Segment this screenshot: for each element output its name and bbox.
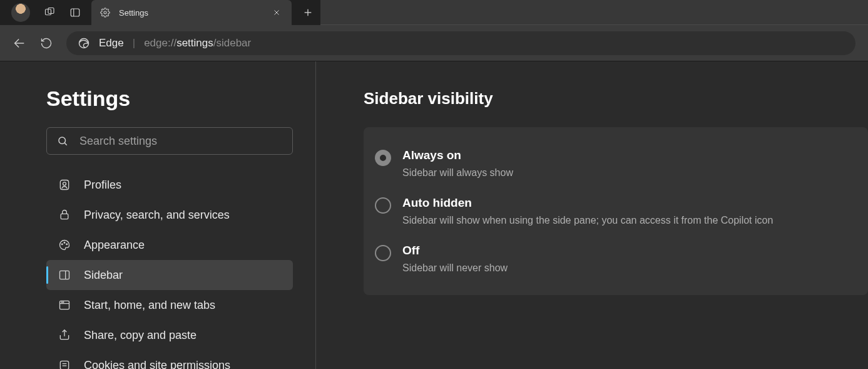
nav-label: Profiles bbox=[84, 179, 121, 192]
option-desc: Sidebar will always show bbox=[402, 167, 513, 179]
cookies-icon bbox=[58, 359, 71, 369]
svg-rect-15 bbox=[61, 214, 68, 219]
address-bar[interactable]: Edge | edge://settings/sidebar bbox=[66, 31, 855, 55]
tab-title: Settings bbox=[119, 8, 259, 18]
address-brand: Edge bbox=[99, 37, 124, 49]
svg-rect-2 bbox=[71, 9, 79, 16]
lock-icon bbox=[58, 209, 71, 221]
option-auto-hidden[interactable]: Auto hidden Sidebar will show when using… bbox=[372, 187, 859, 235]
svg-point-23 bbox=[61, 302, 62, 303]
svg-line-12 bbox=[64, 143, 66, 145]
nav-privacy[interactable]: Privacy, search, and services bbox=[46, 200, 293, 230]
option-desc: Sidebar will show when using the side pa… bbox=[402, 215, 773, 226]
svg-rect-26 bbox=[60, 361, 68, 369]
option-desc: Sidebar will never show bbox=[402, 262, 508, 274]
window-icon bbox=[58, 299, 71, 311]
svg-point-18 bbox=[66, 244, 68, 245]
svg-point-14 bbox=[63, 182, 66, 185]
svg-point-24 bbox=[63, 302, 64, 303]
profile-icon bbox=[58, 179, 71, 191]
share-icon bbox=[58, 329, 71, 341]
nav-share[interactable]: Share, copy and paste bbox=[46, 320, 293, 350]
visibility-options-card: Always on Sidebar will always show Auto … bbox=[364, 127, 868, 295]
titlebar: Settings bbox=[0, 0, 868, 25]
search-input[interactable] bbox=[79, 135, 282, 148]
browser-tab[interactable]: Settings bbox=[91, 0, 292, 25]
option-label: Off bbox=[402, 244, 508, 257]
nav-profiles[interactable]: Profiles bbox=[46, 170, 293, 200]
nav-label: Share, copy and paste bbox=[84, 329, 197, 342]
address-separator: | bbox=[133, 37, 135, 49]
option-label: Auto hidden bbox=[402, 196, 773, 210]
search-settings[interactable] bbox=[46, 127, 293, 155]
gear-icon bbox=[100, 8, 110, 18]
svg-point-4 bbox=[104, 11, 106, 14]
nav-start-home[interactable]: Start, home, and new tabs bbox=[46, 290, 293, 320]
svg-rect-13 bbox=[60, 180, 68, 190]
radio-off[interactable] bbox=[375, 245, 391, 261]
tabstrip bbox=[320, 0, 868, 25]
nav-label: Privacy, search, and services bbox=[84, 209, 230, 222]
profile-avatar[interactable] bbox=[11, 3, 30, 22]
nav-label: Start, home, and new tabs bbox=[84, 299, 215, 312]
svg-point-17 bbox=[64, 242, 65, 243]
palette-icon bbox=[58, 239, 71, 251]
settings-main: Sidebar visibility Always on Sidebar wil… bbox=[316, 61, 868, 369]
nav-label: Cookies and site permissions bbox=[84, 359, 230, 370]
toolbar: Edge | edge://settings/sidebar bbox=[0, 25, 868, 61]
nav-cookies[interactable]: Cookies and site permissions bbox=[46, 350, 293, 369]
nav-label: Appearance bbox=[84, 239, 145, 252]
section-title: Sidebar visibility bbox=[364, 89, 868, 108]
search-icon bbox=[57, 135, 68, 147]
new-tab-button[interactable] bbox=[295, 0, 320, 25]
address-url: edge://settings/sidebar bbox=[144, 37, 251, 49]
settings-nav: Profiles Privacy, search, and services A… bbox=[46, 170, 293, 369]
settings-sidebar: Settings Profiles Privacy, search, and s… bbox=[0, 61, 316, 369]
page-title: Settings bbox=[46, 86, 293, 111]
back-button[interactable] bbox=[13, 36, 26, 50]
edge-logo-icon bbox=[78, 37, 90, 49]
svg-point-11 bbox=[59, 137, 66, 144]
workspaces-icon[interactable] bbox=[38, 0, 63, 25]
option-always-on[interactable]: Always on Sidebar will always show bbox=[372, 140, 859, 187]
tab-close-button[interactable] bbox=[268, 6, 285, 19]
option-off[interactable]: Off Sidebar will never show bbox=[372, 235, 859, 283]
svg-rect-19 bbox=[60, 271, 69, 279]
svg-point-16 bbox=[61, 244, 63, 245]
radio-auto-hidden[interactable] bbox=[375, 197, 391, 214]
option-label: Always on bbox=[402, 148, 513, 162]
sidebar-icon bbox=[58, 269, 71, 281]
nav-appearance[interactable]: Appearance bbox=[46, 230, 293, 260]
radio-always-on[interactable] bbox=[375, 150, 391, 166]
nav-sidebar[interactable]: Sidebar bbox=[46, 260, 293, 290]
refresh-button[interactable] bbox=[40, 37, 53, 49]
nav-label: Sidebar bbox=[84, 269, 123, 282]
tab-actions-icon[interactable] bbox=[63, 0, 88, 25]
